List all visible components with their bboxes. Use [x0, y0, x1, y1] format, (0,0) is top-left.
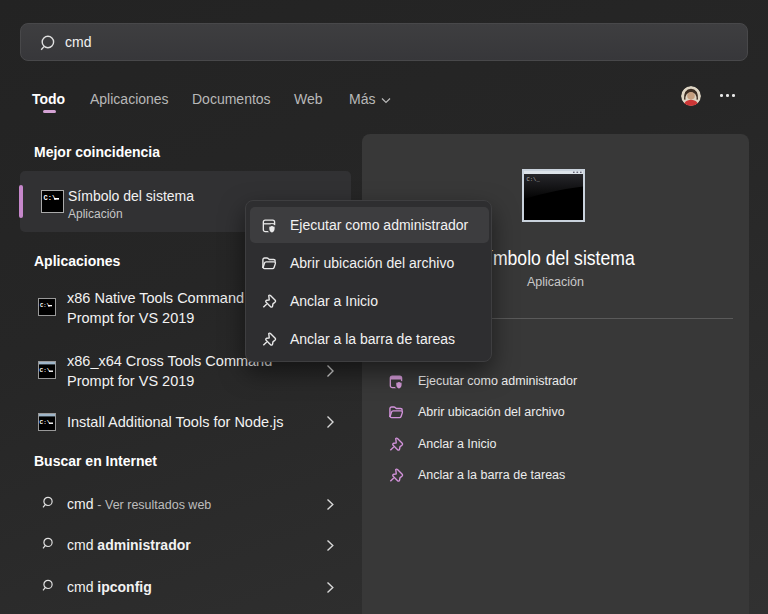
svg-text:C:\_: C:\_: [527, 176, 541, 183]
